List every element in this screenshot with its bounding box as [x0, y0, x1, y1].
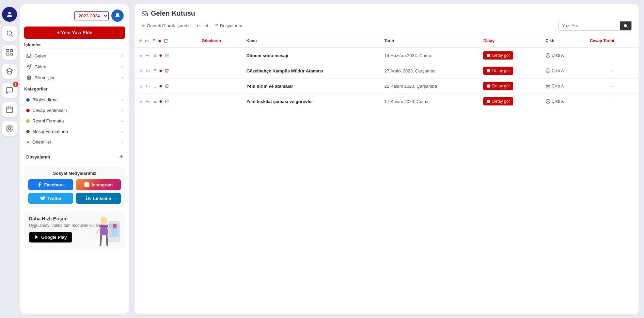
print-button[interactable]: Çıktı Al: [546, 84, 565, 88]
instagram-label: Instagram: [92, 182, 113, 187]
avatar-icon[interactable]: [2, 7, 17, 22]
onemli-isle-button[interactable]: ★ Önemli Olarak İşaretle: [141, 23, 191, 28]
forward-icon[interactable]: [145, 68, 150, 73]
th-cevap-tarihi: Cevap Tarihi: [586, 34, 639, 48]
chevron-right-icon: ›: [122, 129, 123, 134]
twitter-button[interactable]: Twitter: [28, 193, 73, 204]
forward-icon[interactable]: [145, 99, 150, 104]
svg-point-35: [624, 24, 627, 27]
svg-line-26: [100, 235, 101, 245]
list-icon[interactable]: [152, 99, 157, 104]
google-play-label: Google Play: [41, 235, 67, 240]
svg-rect-23: [100, 225, 108, 235]
svg-rect-6: [10, 53, 12, 55]
star-icon[interactable]: ★: [139, 52, 143, 59]
cevap-verilmesin-label: Cevap Verilmesin: [32, 108, 67, 113]
icon-bar: 1: [0, 0, 19, 318]
svg-rect-53: [547, 71, 549, 73]
add-dosya-icon[interactable]: +: [119, 153, 123, 161]
row-detail: Detay gör: [479, 79, 541, 94]
sidebar-item-onemliler[interactable]: ★ Önemliler ›: [24, 137, 125, 147]
row-reply-date: -: [586, 48, 639, 63]
print-button[interactable]: Çıktı Al: [546, 53, 565, 58]
svg-line-2: [11, 35, 13, 37]
sidebar-item-cevap-verilmesin[interactable]: Cevap Verilmesin ›: [24, 105, 125, 116]
sidebar-item-giden[interactable]: Giden ›: [24, 61, 125, 72]
detail-button[interactable]: Detay gör: [483, 67, 513, 75]
giden-label: Giden: [34, 64, 46, 69]
dot-icon: ●: [159, 68, 162, 74]
ilet-button[interactable]: İlet: [196, 23, 208, 28]
dosyalarim-section[interactable]: Dosyalarım +: [24, 151, 125, 163]
star-icon[interactable]: ★: [139, 98, 143, 105]
kategoriler-section: Kategoriler Bilgilendirme › Cevap Verilm…: [24, 86, 125, 147]
add-new-button[interactable]: + Yeni Yazı Ekle: [24, 27, 125, 39]
svg-point-18: [86, 196, 87, 197]
svg-point-17: [88, 183, 88, 184]
row-icons: ★ ●: [135, 63, 198, 79]
graduation-icon[interactable]: [2, 64, 17, 79]
row-detail: Detay gör: [479, 48, 541, 63]
year-select[interactable]: 2023-2024 2022-2023 2024-2025: [74, 11, 109, 20]
th-cikti: Çıktı: [541, 34, 586, 48]
category-dot-blue: [26, 98, 30, 102]
message-badge: 1: [13, 82, 18, 87]
resmi-formatta-label: Resmi Formatta: [32, 118, 64, 123]
sidebar-item-bilgilendirme[interactable]: Bilgilendirme ›: [24, 95, 125, 105]
row-print: Çıktı Al: [541, 79, 586, 94]
forward-icon[interactable]: [145, 53, 150, 58]
sidebar: 2023-2024 2022-2023 2024-2025 + Yeni Yaz…: [20, 4, 129, 314]
settings-icon[interactable]: [2, 121, 17, 136]
inbox-title-text: Gelen Kutusu: [151, 10, 195, 17]
ilet-label: İlet: [202, 23, 208, 28]
trash-icon[interactable]: [164, 84, 169, 88]
inbox-actions: ★ Önemli Olarak İşaretle İlet Dosyalarım: [141, 21, 632, 34]
sidebar-item-resmi-formatta[interactable]: Resmi Formatta ›: [24, 116, 125, 126]
print-button[interactable]: Çıktı Al: [546, 99, 565, 104]
table-row: ★ ● Güzelbahçe Kampüs Müdür Ataması 27 A…: [135, 63, 639, 79]
search-icon[interactable]: [2, 26, 17, 41]
svg-rect-57: [487, 85, 490, 88]
svg-rect-4: [10, 50, 12, 52]
message-icon[interactable]: 1: [2, 83, 17, 98]
list-icon[interactable]: [152, 53, 157, 58]
trash-icon[interactable]: [164, 99, 169, 104]
search-input[interactable]: [559, 21, 620, 30]
trash-icon[interactable]: [164, 68, 169, 73]
row-date: 14 Haziran 2024, Cuma: [380, 48, 480, 63]
notification-bell-button[interactable]: [111, 10, 124, 22]
trash-icon[interactable]: [164, 53, 169, 58]
dosyalarim-action-label: Dosyalarım: [220, 23, 242, 28]
main-content: Gelen Kutusu ★ Önemli Olarak İşaretle İl…: [132, 0, 644, 318]
inbox-panel: Gelen Kutusu ★ Önemli Olarak İşaretle İl…: [135, 4, 639, 314]
svg-rect-67: [547, 102, 549, 103]
social-grid: Facebook Instagram Twitter Linkedin: [28, 179, 121, 204]
print-button[interactable]: Çıktı Al: [546, 68, 565, 73]
sidebar-item-mesaj-formatinda[interactable]: Mesaj Formatında ›: [24, 126, 125, 137]
row-subject: Güzelbahçe Kampüs Müdür Ataması: [242, 63, 380, 79]
list-icon[interactable]: [152, 68, 157, 73]
social-media-section: Sosyal Medyalarımız Facebook Instagram T…: [24, 167, 125, 208]
detail-button[interactable]: Detay gör: [483, 97, 513, 105]
forward-icon[interactable]: [145, 84, 150, 88]
star-icon[interactable]: ★: [139, 83, 143, 89]
svg-rect-60: [547, 86, 549, 88]
chevron-right-icon: ›: [122, 108, 123, 113]
linkedin-button[interactable]: Linkedin: [76, 193, 121, 204]
detail-button[interactable]: Detay gör: [483, 51, 513, 60]
list-icon[interactable]: [152, 84, 157, 88]
instagram-button[interactable]: Instagram: [76, 179, 121, 190]
sidebar-item-silinmisler[interactable]: Silinmişler ›: [24, 72, 125, 83]
chevron-right-icon: ›: [122, 75, 123, 80]
facebook-button[interactable]: Facebook: [28, 179, 73, 190]
search-button[interactable]: [620, 21, 631, 30]
sidebar-item-gelen[interactable]: Gelen ›: [24, 50, 125, 61]
detail-button[interactable]: Detay gör: [483, 82, 513, 90]
calendar-icon[interactable]: [2, 102, 17, 117]
google-play-button[interactable]: Google Play: [29, 232, 72, 242]
grid-icon[interactable]: [2, 45, 17, 60]
dosyalarim-button[interactable]: Dosyalarım: [214, 23, 242, 28]
star-icon[interactable]: ★: [139, 68, 143, 74]
svg-rect-3: [6, 50, 9, 52]
category-dot-red: [26, 109, 30, 112]
